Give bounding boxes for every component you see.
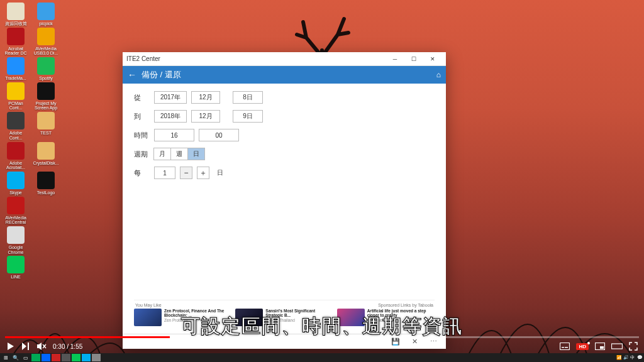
desktop-icon-glyph [7,112,25,129]
taskbar-app-7[interactable] [92,354,101,361]
window-titlebar[interactable]: ITE2 Center ─ ☐ ✕ [123,52,446,66]
desktop-icon[interactable]: TEST [33,112,59,140]
tray-volume-icon[interactable]: 🔊 [623,355,629,360]
time-label: 時間 [134,131,149,140]
desktop-icon[interactable]: TradeMa... [3,57,29,81]
desktop-icon-label: TEST [40,131,52,136]
app-header: ← 備份 / 還原 ⌂ [123,66,446,84]
desktop-icon-glyph [37,3,55,20]
tray-network-icon[interactable]: 📶 [616,355,622,360]
window-maximize-button[interactable]: ☐ [404,53,423,65]
desktop-icon-label: CrystalDisk... [33,161,58,166]
desktop-icon-glyph [7,82,25,100]
svg-rect-1 [562,347,564,348]
next-button[interactable] [21,342,30,351]
desktop-icon-glyph [7,256,25,273]
window-minimize-button[interactable]: ─ [386,53,404,65]
desktop-icon-glyph [7,3,25,20]
from-year-field[interactable]: 2017年 [154,91,187,104]
desktop-icon[interactable]: LINE [3,256,29,280]
desktop-icon-glyph [7,57,25,75]
system-tray[interactable]: 📶 🔊 中 💬 [616,354,643,361]
home-icon[interactable]: ⌂ [436,70,441,79]
back-icon[interactable]: ← [128,70,136,80]
desktop-icon-label: Google Chrome [3,245,29,255]
theater-button[interactable] [611,343,623,350]
desktop-icon[interactable]: CrystalDisk... [33,142,59,170]
taskbar-app-2[interactable] [42,354,50,361]
from-month-field[interactable]: 12月 [191,91,220,104]
desktop-icon-label: TradeMa... [5,76,26,81]
windows-taskbar[interactable]: ⊞ 🔍 ▭ 📶 🔊 中 💬 [0,353,644,362]
desktop-icon-label: AVerMedia USB3.0 Di... [33,47,59,56]
desktop-icon-label: picpick [39,21,52,26]
window-title: ITE2 Center [126,55,386,62]
mute-button[interactable] [36,342,47,351]
desktop-icon[interactable]: AVerMedia RECentral [3,197,29,225]
time-hour-field[interactable]: 16 [154,129,194,141]
every-label: 每 [134,168,149,178]
to-day-field[interactable]: 9日 [233,110,263,123]
desktop-icon[interactable]: TestLogo [33,172,59,195]
tray-notifications-icon[interactable]: 💬 [637,355,643,360]
subtitles-button[interactable] [560,343,570,350]
desktop-icon-glyph [7,28,25,45]
desktop-icon[interactable]: Adobe Acrobat... [3,142,29,170]
time-minute-field[interactable]: 00 [199,129,239,141]
desktop-icon[interactable]: PCMan Cont... [3,82,29,111]
cycle-row: 週期 月 週 日 [134,148,435,160]
from-day-field[interactable]: 8日 [233,91,263,104]
from-date-row: 從 2017年 12月 8日 [134,91,435,104]
fullscreen-button[interactable] [629,342,638,351]
desktop-icon[interactable]: picpick [33,3,59,26]
video-caption: 可設定區間、時間、週期等資訊 [0,314,644,339]
from-label: 從 [134,93,149,102]
taskbar-app-4[interactable] [62,354,70,361]
desktop-icon[interactable]: Acrobat Reader DC [3,28,29,56]
desktop-icon-glyph [37,142,55,160]
desktop-icon[interactable]: Adobe Cont... [3,112,29,140]
desktop-icon-label: Spotify [39,76,52,81]
to-year-field[interactable]: 2018年 [154,110,187,123]
cycle-tab-month[interactable]: 月 [153,148,171,160]
search-icon[interactable]: 🔍 [11,354,20,361]
taskview-icon[interactable]: ▭ [21,354,30,361]
desktop-icon-glyph [37,57,55,75]
svg-rect-0 [560,343,570,350]
window-close-button[interactable]: ✕ [423,53,442,65]
to-date-row: 到 2018年 12月 9日 [134,110,435,123]
tray-lang-icon[interactable]: 中 [630,354,635,361]
every-decrement-button[interactable]: − [180,167,192,179]
start-button[interactable]: ⊞ [1,354,10,361]
taskbar-app-3[interactable] [52,354,60,361]
desktop-icon-label: Project My Screen App [33,101,59,111]
desktop-icon-label: Skype [9,190,21,195]
desktop-icon-glyph [7,172,25,189]
video-controls: 0:30 / 1:55 HD [0,338,644,354]
play-button[interactable] [6,342,15,351]
ads-header-right: Sponsored Links by Taboola [378,303,433,307]
taskbar-app-5[interactable] [72,354,80,361]
desktop-icon[interactable]: Spotify [33,57,59,81]
taskbar-app-1[interactable] [31,354,40,361]
to-month-field[interactable]: 12月 [191,110,220,123]
desktop-icon-glyph [7,142,25,160]
desktop-icon[interactable]: 資源回收筒 [3,3,29,26]
svg-rect-4 [600,346,604,349]
cycle-tab-day[interactable]: 日 [187,148,205,160]
desktop-icon-label: Adobe Acrobat... [3,161,29,170]
cycle-tab-week[interactable]: 週 [170,148,188,160]
every-value-field[interactable]: 1 [154,167,175,179]
miniplayer-button[interactable] [595,343,605,350]
video-time: 0:30 / 1:55 [53,343,82,350]
desktop-icon[interactable]: Project My Screen App [33,82,59,111]
desktop-icon-glyph [7,226,25,244]
settings-button[interactable]: HD [576,343,589,350]
desktop-icon[interactable]: Skype [3,172,29,195]
desktop-icon-label: TestLogo [37,190,55,195]
desktop-icon[interactable]: AVerMedia USB3.0 Di... [33,28,59,56]
taskbar-app-6[interactable] [82,354,91,361]
every-increment-button[interactable]: ＋ [197,167,209,179]
desktop-icon[interactable]: Google Chrome [3,226,29,255]
ads-header-left: You May Like [135,303,162,307]
